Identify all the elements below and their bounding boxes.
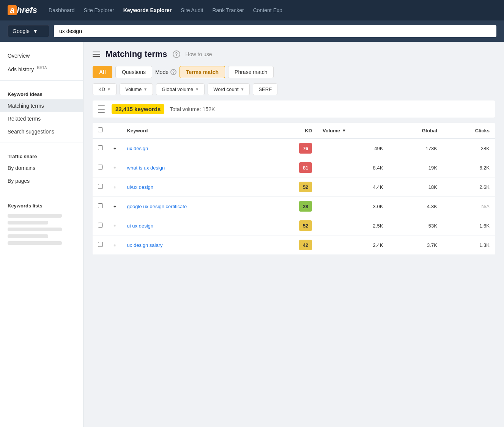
table-header-kd[interactable]: KD: [268, 123, 317, 138]
row-global-4: 53K: [388, 216, 443, 235]
nav-item-site-explorer[interactable]: Site Explorer: [84, 6, 114, 15]
row-keyword-1[interactable]: what is ux design: [122, 158, 268, 177]
row-kd-0: 76: [268, 138, 317, 158]
kd-caret-icon: ▼: [107, 87, 111, 91]
sidebar-section-keywords-lists: Keywords lists: [0, 197, 83, 211]
row-add-cell-1[interactable]: +: [108, 158, 122, 177]
table-header-add: [108, 123, 122, 138]
row-keyword-4[interactable]: ui ux design: [122, 216, 268, 235]
results-hamburger-icon[interactable]: [98, 105, 105, 113]
table-row: + ui ux design 52 2.5K 53K 1.6K: [93, 216, 495, 235]
tab-phrase-match[interactable]: Phrase match: [228, 66, 274, 78]
search-input[interactable]: [54, 25, 496, 37]
filter-global-volume[interactable]: Global volume ▼: [156, 83, 205, 95]
global-volume-caret-icon: ▼: [195, 87, 199, 91]
row-checkbox-cell: [93, 177, 108, 197]
help-icon[interactable]: ?: [173, 50, 180, 58]
kd-badge-3: 28: [299, 201, 312, 212]
row-keyword-0[interactable]: ux design: [122, 138, 268, 158]
results-hamburger-line-2: [98, 109, 105, 110]
sidebar-item-ads-history[interactable]: Ads history BETA: [0, 62, 83, 76]
nav-item-dashboard[interactable]: Dashboard: [49, 6, 75, 15]
row-keyword-2[interactable]: ui/ux design: [122, 177, 268, 197]
table-row: + what is ux design 81 8.4K 19K 6.2K: [93, 158, 495, 177]
sidebar-divider-1: [0, 80, 83, 81]
table-header-keyword[interactable]: Keyword: [122, 123, 268, 138]
sidebar-item-search-suggestions[interactable]: Search suggestions: [0, 125, 83, 138]
sidebar-section-keyword-ideas: Keyword ideas: [0, 85, 83, 99]
row-volume-1: 8.4K: [317, 158, 388, 177]
row-add-cell-0[interactable]: +: [108, 138, 122, 158]
nav-item-keywords-explorer[interactable]: Keywords Explorer: [123, 6, 172, 15]
total-volume-text: Total volume: 152K: [170, 106, 215, 112]
keyword-link-5[interactable]: ux design salary: [127, 242, 163, 248]
mode-help-icon[interactable]: ?: [170, 69, 176, 75]
kd-badge-0: 76: [299, 143, 312, 154]
sidebar-item-overview[interactable]: Overview: [0, 49, 83, 62]
tab-all[interactable]: All: [93, 66, 112, 78]
how-to-use-link[interactable]: How to use: [186, 51, 212, 57]
row-checkbox-cell: [93, 197, 108, 216]
table-row: + ux design salary 42 2.4K 3.7K 1.3K: [93, 235, 495, 255]
filter-tabs: All Questions Mode ? Terms match Phrase …: [93, 66, 495, 78]
row-checkbox-1[interactable]: [98, 165, 103, 170]
table-header-global[interactable]: Global: [388, 123, 443, 138]
kd-badge-1: 81: [299, 162, 312, 173]
engine-selector[interactable]: Google ▼: [8, 25, 49, 37]
row-clicks-1: 6.2K: [443, 158, 495, 177]
table-row: + ui/ux design 52 4.4K 18K 2.6K: [93, 177, 495, 197]
keyword-link-0[interactable]: ux design: [127, 146, 148, 151]
row-global-2: 18K: [388, 177, 443, 197]
results-hamburger-line-1: [98, 105, 105, 106]
sidebar-item-matching-terms[interactable]: Matching terms: [0, 99, 83, 112]
keyword-link-2[interactable]: ui/ux design: [127, 184, 153, 190]
row-checkbox-0[interactable]: [98, 145, 103, 150]
logo[interactable]: a hrefs: [8, 5, 37, 15]
volume-sort-control[interactable]: Volume ▼: [323, 128, 383, 133]
results-summary: 22,415 keywords Total volume: 152K: [93, 100, 495, 118]
row-keyword-3[interactable]: google ux design certificate: [122, 197, 268, 216]
tab-questions[interactable]: Questions: [115, 66, 152, 78]
hamburger-line-1: [93, 52, 100, 52]
row-checkbox-2[interactable]: [98, 184, 103, 189]
row-add-cell-2[interactable]: +: [108, 177, 122, 197]
row-checkbox-cell: [93, 235, 108, 255]
tab-terms-match[interactable]: Terms match: [180, 66, 225, 78]
row-global-5: 3.7K: [388, 235, 443, 255]
hamburger-line-3: [93, 56, 100, 57]
filter-volume[interactable]: Volume ▼: [120, 83, 153, 95]
row-checkbox-5[interactable]: [98, 242, 103, 247]
filter-serf[interactable]: SERF: [253, 83, 277, 95]
sidebar: Overview Ads history BETA Keyword ideas …: [0, 42, 83, 427]
row-kd-5: 42: [268, 235, 317, 255]
keyword-link-4[interactable]: ui ux design: [127, 223, 153, 229]
keyword-link-3[interactable]: google ux design certificate: [127, 204, 187, 209]
sidebar-item-related-terms[interactable]: Related terms: [0, 112, 83, 125]
nav-item-site-audit[interactable]: Site Audit: [181, 6, 203, 15]
filter-word-count[interactable]: Word count ▼: [208, 83, 250, 95]
row-add-cell-3[interactable]: +: [108, 197, 122, 216]
content-area: Matching terms ? How to use All Question…: [83, 42, 504, 427]
row-keyword-5[interactable]: ux design salary: [122, 235, 268, 255]
sidebar-item-by-pages[interactable]: By pages: [0, 174, 83, 187]
table-header-clicks[interactable]: Clicks: [443, 123, 495, 138]
row-kd-1: 81: [268, 158, 317, 177]
table-row: + google ux design certificate 28 3.0K 4…: [93, 197, 495, 216]
sidebar-item-by-domains[interactable]: By domains: [0, 162, 83, 174]
table-header-volume[interactable]: Volume ▼: [317, 123, 388, 138]
row-add-cell-5[interactable]: +: [108, 235, 122, 255]
row-volume-0: 49K: [317, 138, 388, 158]
nav-item-rank-tracker[interactable]: Rank Tracker: [212, 6, 244, 15]
blur-bar-1: [8, 214, 62, 218]
row-checkbox-3[interactable]: [98, 203, 103, 208]
mode-label: Mode ?: [155, 69, 176, 75]
row-global-1: 19K: [388, 158, 443, 177]
row-checkbox-4[interactable]: [98, 223, 103, 228]
row-add-cell-4[interactable]: +: [108, 216, 122, 235]
kd-badge-2: 52: [299, 182, 312, 192]
select-all-checkbox[interactable]: [98, 127, 103, 132]
nav-item-content-exp[interactable]: Content Exp: [253, 6, 282, 15]
keyword-link-1[interactable]: what is ux design: [127, 165, 165, 171]
filter-kd[interactable]: KD ▼: [93, 83, 117, 95]
hamburger-menu-icon[interactable]: [93, 52, 100, 57]
